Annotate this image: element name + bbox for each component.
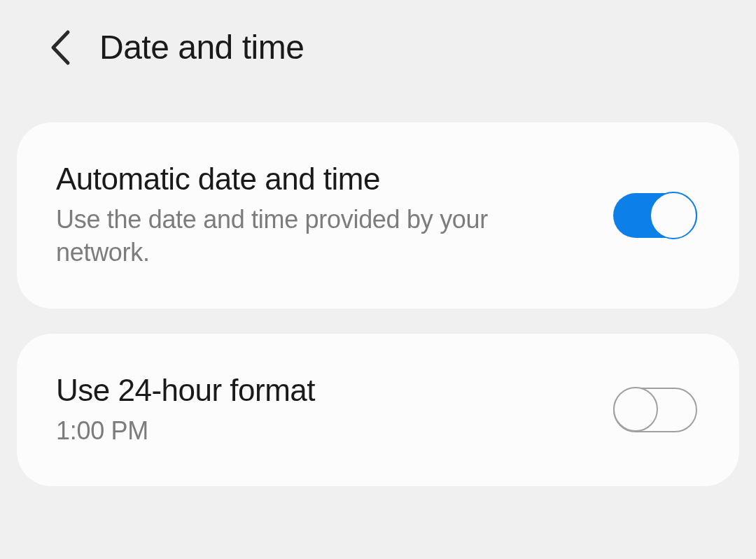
toggle-knob xyxy=(613,387,658,432)
setting-title: Automatic date and time xyxy=(56,162,585,197)
setting-automatic-date-time[interactable]: Automatic date and time Use the date and… xyxy=(17,122,739,309)
toggle-24-hour-format[interactable] xyxy=(613,388,697,432)
setting-text: Automatic date and time Use the date and… xyxy=(56,162,585,269)
setting-text: Use 24-hour format 1:00 PM xyxy=(56,373,585,448)
setting-subtitle: 1:00 PM xyxy=(56,415,585,448)
page-title: Date and time xyxy=(99,28,304,66)
back-icon[interactable] xyxy=(49,29,71,66)
toggle-automatic-date-time[interactable] xyxy=(613,193,697,238)
toggle-knob xyxy=(650,192,697,239)
setting-subtitle: Use the date and time provided by your n… xyxy=(56,204,585,269)
setting-title: Use 24-hour format xyxy=(56,373,585,408)
header: Date and time xyxy=(0,0,756,101)
setting-24-hour-format[interactable]: Use 24-hour format 1:00 PM xyxy=(17,334,739,487)
